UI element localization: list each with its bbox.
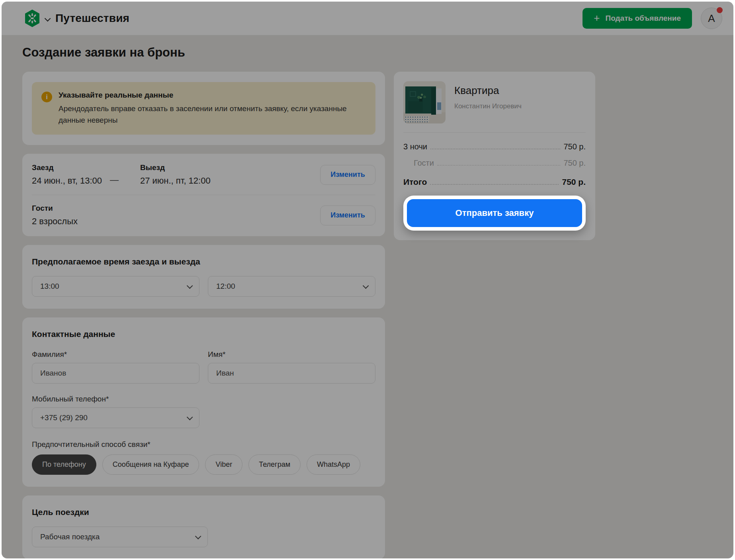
contact-method-chips: По телефону Сообщения на Куфаре Viber Те…: [32, 454, 375, 475]
times-card: Предполагаемое время заезда и выезда 13:…: [22, 245, 385, 309]
total-label: Итого: [403, 177, 427, 187]
guests-label: Гости: [32, 204, 78, 213]
contact-title: Контактные данные: [32, 329, 375, 339]
dotted-leader: [430, 184, 559, 185]
price-row-total: Итого 750 р.: [403, 177, 586, 187]
checkout-label: Выезд: [140, 163, 211, 172]
chevron-down-icon[interactable]: [45, 15, 51, 22]
divider: [32, 195, 375, 195]
kufar-logo-icon[interactable]: [24, 9, 41, 27]
dates-row: Заезд 24 июн., вт, 13:00 — Выезд 27 июн.…: [32, 163, 375, 186]
divider: [403, 132, 586, 133]
top-header: Путешествия + Подать объявление A: [2, 2, 733, 35]
phone-label: Мобильный телефон*: [32, 395, 199, 403]
checkin-value: 24 июн., вт, 13:00: [32, 176, 102, 186]
checkout-value: 27 июн., пт, 12:00: [140, 176, 211, 186]
firstname-input[interactable]: [208, 363, 375, 384]
purpose-card: Цель поездки Рабочая поездка: [22, 495, 385, 558]
price-row-nights: 3 ночи 750 р.: [403, 142, 586, 151]
chip-phone[interactable]: По телефону: [32, 454, 96, 475]
date-range-dash: —: [110, 175, 119, 185]
plus-icon: +: [594, 13, 600, 23]
host-name: Константин Игоревич: [454, 102, 522, 110]
phone-value: +375 (29) 290: [40, 413, 88, 422]
info-icon: i: [41, 92, 52, 102]
chip-whatsapp[interactable]: WhatsApp: [307, 454, 360, 475]
dotted-leader: [437, 165, 560, 166]
highlight-ring: Отправить заявку: [403, 196, 586, 231]
price-row-guests: Гости 750 р.: [403, 159, 586, 168]
submit-request-button[interactable]: Отправить заявку: [407, 199, 582, 227]
chip-telegram[interactable]: Телеграм: [248, 454, 301, 475]
notice-card: i Указывайте реальные данные Арендодател…: [22, 72, 385, 145]
property-photo: [403, 81, 446, 123]
guests-fee-label: Гости: [414, 159, 434, 168]
purpose-value: Рабочая поездка: [40, 533, 100, 541]
total-value: 750 р.: [562, 177, 586, 187]
chip-kufar-messages[interactable]: Сообщения на Куфаре: [102, 454, 199, 475]
page-title: Создание заявки на бронь: [22, 45, 733, 60]
firstname-label: Имя*: [208, 350, 375, 359]
times-title: Предполагаемое время заезда и выезда: [32, 257, 375, 266]
brand-title: Путешествия: [55, 12, 129, 25]
edit-dates-button[interactable]: Изменить: [320, 165, 375, 185]
checkout-time-value: 12:00: [216, 282, 235, 291]
checkin-time-value: 13:00: [40, 282, 59, 291]
chevron-down-icon: [187, 414, 193, 420]
lastname-label: Фамилия*: [32, 350, 199, 359]
property-title: Квартира: [454, 84, 522, 97]
purpose-title: Цель поездки: [32, 507, 375, 517]
guests-value: 2 взрослых: [32, 216, 78, 227]
notice-title: Указывайте реальные данные: [59, 91, 365, 100]
post-ad-label: Подать объявление: [606, 14, 681, 23]
guests-row: Гости 2 взрослых Изменить: [32, 204, 375, 227]
guests-fee-value: 750 р.: [563, 159, 586, 168]
chip-viber[interactable]: Viber: [205, 454, 242, 475]
notice-box: i Указывайте реальные данные Арендодател…: [32, 82, 375, 135]
notification-dot: [717, 7, 723, 13]
nights-label: 3 ночи: [403, 142, 427, 151]
booking-card: Заезд 24 июн., вт, 13:00 — Выезд 27 июн.…: [22, 154, 385, 236]
purpose-select[interactable]: Рабочая поездка: [32, 527, 208, 547]
summary-card: Квартира Константин Игоревич 3 ночи 750 …: [394, 72, 595, 240]
dotted-leader: [430, 149, 560, 149]
app-window: Путешествия + Подать объявление A Создан…: [2, 2, 733, 558]
chevron-down-icon: [195, 533, 201, 539]
nights-value: 750 р.: [563, 142, 586, 151]
checkin-label: Заезд: [32, 163, 102, 172]
contact-method-label: Предпочтительный способ связи*: [32, 440, 375, 449]
edit-guests-button[interactable]: Изменить: [320, 206, 375, 225]
chevron-down-icon: [363, 282, 369, 289]
checkout-time-select[interactable]: 12:00: [208, 276, 375, 297]
post-ad-button[interactable]: + Подать объявление: [583, 8, 692, 29]
chevron-down-icon: [187, 282, 193, 289]
lastname-input[interactable]: [32, 363, 199, 384]
phone-select[interactable]: +375 (29) 290: [32, 407, 199, 428]
notice-body: Арендодатель вправе отказать в заселении…: [59, 103, 365, 126]
checkin-time-select[interactable]: 13:00: [32, 276, 199, 297]
contact-card: Контактные данные Фамилия* Имя*: [22, 317, 385, 487]
